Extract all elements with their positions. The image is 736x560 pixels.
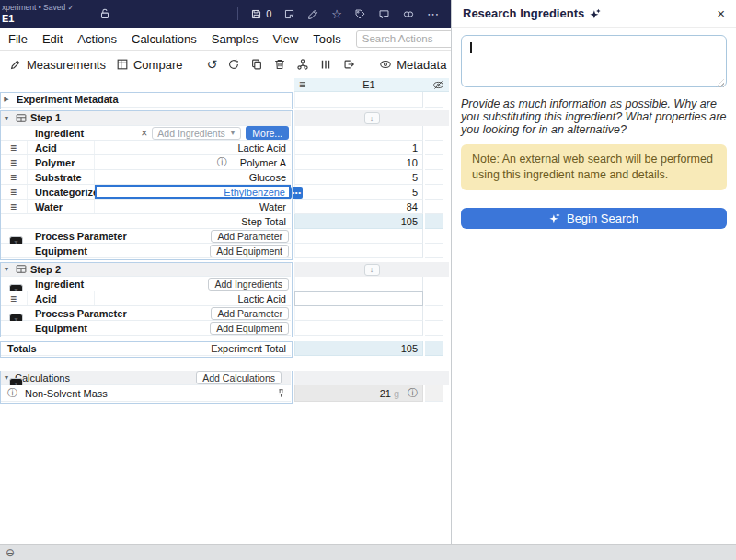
value-cell-empty[interactable] — [294, 291, 423, 306]
menu-edit[interactable]: Edit — [42, 32, 63, 46]
panel-header: Research Ingredients × — [452, 0, 736, 28]
more-topbar-icon[interactable]: ⋯ — [427, 7, 440, 21]
sample-pen-icon[interactable] — [307, 8, 319, 20]
star-icon[interactable]: ☆ — [331, 8, 342, 20]
experiment-metadata-row[interactable]: ▶ Experiment Metadata — [0, 92, 291, 108]
drag-handle-icon[interactable]: ≡ — [10, 292, 17, 305]
calculation-value-cell[interactable]: 21 g ⓘ — [294, 385, 423, 402]
ingredient-category: Acid — [28, 291, 95, 305]
ingredient-row: ≡ Acid Lactic Acid 1 — [0, 141, 451, 155]
experiment-total-label: Experiment Total — [37, 343, 291, 354]
calculation-row: ⓘ Non-Solvent Mass 21 g ⓘ — [0, 385, 451, 402]
ingredient-category: Substrate — [28, 170, 95, 184]
duplicate-icon[interactable] — [250, 58, 263, 71]
menu-calculations[interactable]: Calculations — [132, 32, 197, 46]
add-equipment-button[interactable]: Add Equipment — [210, 322, 289, 335]
collapse-arrow-icon[interactable]: ▼ — [0, 374, 13, 381]
pin-icon[interactable] — [276, 388, 286, 398]
compare-button[interactable]: Compare — [116, 58, 182, 72]
expand-arrow-icon[interactable]: ▶ — [0, 96, 13, 103]
step2-title: Step 2 — [30, 264, 61, 275]
trash-icon[interactable] — [273, 58, 286, 71]
ingredient-name[interactable]: Lactic Acid — [95, 143, 291, 154]
topbar-actions: 0 ☆ ⋯ — [237, 7, 440, 21]
add-ingredients-dropdown[interactable]: Add Ingredients ▼ — [152, 127, 241, 140]
calculation-name: Non-Solvent Mass — [25, 388, 108, 399]
workbook-area: xperiment • Saved ✓ E1 0 ☆ — [0, 0, 451, 560]
begin-search-button[interactable]: Begin Search — [461, 208, 727, 229]
add-equipment-button[interactable]: Add Equipment — [210, 245, 289, 257]
link-icon[interactable] — [402, 8, 415, 20]
drag-handle-icon[interactable]: ≡ — [10, 142, 17, 154]
calculations-header-row[interactable]: ▼ Calculations Add Calculations ▼ — [0, 371, 291, 385]
comment-icon[interactable] — [378, 8, 390, 20]
ingredient-name[interactable]: Lactic Acid — [95, 293, 291, 304]
info-icon[interactable]: ⓘ — [408, 386, 418, 400]
drag-handle-icon[interactable]: ≡ — [10, 171, 17, 184]
menu-samples[interactable]: Samples — [212, 32, 259, 46]
value-cell[interactable]: 1 — [294, 141, 423, 155]
ingredient-name[interactable]: Water — [95, 201, 291, 212]
drag-handle-icon[interactable]: ≡ — [10, 186, 17, 199]
research-ingredients-panel: Research Ingredients × Provide as much i… — [451, 0, 736, 560]
menu-view[interactable]: View — [272, 32, 298, 46]
bottom-zoom-bar: ⊖ — [0, 544, 736, 560]
drag-handle-icon[interactable]: ≡ — [10, 156, 17, 169]
zoom-out-icon[interactable]: ⊖ — [6, 547, 15, 558]
grid-cell[interactable] — [294, 126, 423, 141]
tag-icon[interactable] — [354, 8, 366, 20]
collapse-arrow-icon[interactable]: ▼ — [0, 115, 13, 121]
grid-icon — [116, 58, 129, 71]
totals-section: Totals Experiment Total 105 — [0, 341, 451, 356]
info-icon[interactable]: ⓘ — [7, 386, 17, 400]
drag-handle-icon[interactable]: ≡ — [10, 200, 17, 213]
columns-icon[interactable] — [319, 58, 332, 71]
add-ingredients-button[interactable]: Add Ingredients — [208, 278, 289, 291]
measurements-button[interactable]: Measurements — [9, 58, 106, 72]
app-window: xperiment • Saved ✓ E1 0 ☆ — [0, 0, 736, 560]
topbar: xperiment • Saved ✓ E1 0 ☆ — [0, 0, 451, 28]
selected-ingredient-cell[interactable]: Ethylbenzene ••• — [95, 185, 291, 199]
versions-button[interactable]: 0 — [250, 8, 271, 20]
add-parameter-button[interactable]: Add Parameter — [211, 230, 289, 243]
cell-menu-button[interactable]: ••• — [291, 187, 303, 199]
fill-column-button[interactable]: ↓ — [364, 264, 380, 276]
notes-icon[interactable] — [283, 8, 295, 20]
value-cell[interactable]: 5 — [294, 170, 423, 185]
sitemap-icon[interactable] — [296, 58, 309, 71]
undo-icon[interactable]: ↺ — [206, 58, 217, 71]
unlock-icon[interactable] — [98, 7, 111, 20]
value-cell[interactable]: 5 — [294, 185, 423, 200]
close-panel-icon[interactable]: × — [717, 6, 725, 20]
more-button[interactable]: More... — [246, 126, 289, 140]
step-table-icon — [16, 264, 27, 274]
metadata-cell[interactable] — [294, 92, 423, 108]
step1-header-row[interactable]: ▼ Step 1 — [0, 110, 291, 126]
value-cell[interactable]: 10 — [294, 155, 423, 170]
fill-column-button[interactable]: ↓ — [364, 112, 380, 124]
redo-circle-icon[interactable] — [227, 58, 240, 71]
ingredient-name[interactable]: ⓘ Polymer A — [95, 155, 291, 169]
clear-icon[interactable]: × — [141, 128, 147, 139]
ingredient-name[interactable]: Glucose — [95, 172, 291, 183]
hide-column-icon[interactable] — [432, 79, 444, 91]
collapse-arrow-icon[interactable]: ▼ — [0, 266, 13, 272]
info-icon[interactable]: ⓘ — [217, 155, 227, 169]
value-cell[interactable]: 84 — [294, 200, 423, 214]
add-calculations-button[interactable]: Add Calculations — [196, 371, 282, 384]
menu-actions[interactable]: Actions — [77, 32, 117, 46]
column-menu-icon[interactable]: ≡ — [299, 78, 305, 91]
step2-header-row[interactable]: ▼ Step 2 — [0, 262, 291, 277]
menu-file[interactable]: File — [8, 32, 28, 46]
add-parameter-button[interactable]: Add Parameter — [211, 307, 289, 320]
metadata-toggle-button[interactable]: Metadata — [379, 58, 446, 72]
research-notes-textarea[interactable] — [461, 35, 727, 87]
equipment-label: Equipment — [0, 246, 87, 257]
menu-tools[interactable]: Tools — [313, 32, 340, 46]
step1-title: Step 1 — [30, 112, 61, 123]
ingredient-row-selected: ≡ Uncategorized Ethylbenzene ••• 5 — [0, 185, 451, 200]
column-header-e1[interactable]: ≡ E1 — [294, 78, 449, 92]
column-title: E1 — [362, 79, 374, 90]
export-icon[interactable] — [342, 58, 355, 71]
experiment-title: E1 — [2, 13, 75, 25]
